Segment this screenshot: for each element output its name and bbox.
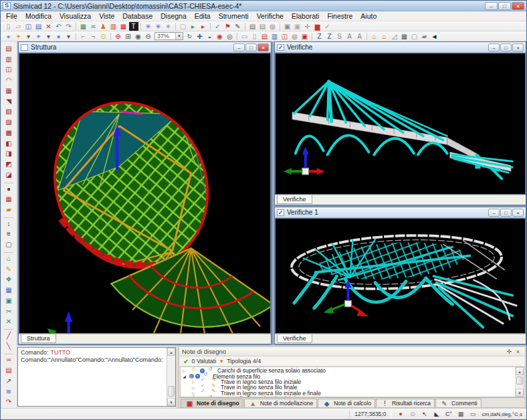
roof-house2-icon[interactable]: ⌂ (380, 32, 389, 41)
column-icon[interactable]: ◫ (3, 65, 14, 75)
dropdown-arrow-icon[interactable]: ▾ (44, 32, 54, 41)
menu-finestre[interactable]: Finestre (323, 12, 356, 20)
clip-plane-icon[interactable]: ⌐ (79, 32, 88, 41)
maximize-button[interactable]: □ (500, 209, 512, 217)
steel-z2-icon[interactable]: Z (325, 32, 334, 41)
block-icon[interactable]: ▰ (3, 205, 14, 215)
select-cursor-icon[interactable]: ◄ (430, 32, 439, 41)
panel-icon[interactable]: ▨ (3, 118, 14, 128)
scroll-up-icon[interactable]: ▲ (167, 348, 175, 356)
run-green-icon[interactable]: ▸ (189, 22, 198, 31)
struttura-3d-viewport[interactable] (19, 53, 271, 334)
brick-icon[interactable]: ▆ (313, 22, 322, 31)
verifiche1-3d-viewport[interactable] (275, 218, 526, 334)
dropdown-arrow-icon[interactable]: ▾ (24, 32, 33, 41)
pointer-icon[interactable]: ◣ (432, 410, 441, 419)
filter-funnel-icon[interactable]: ▼ (219, 358, 224, 364)
layers-icon[interactable]: ≋ (3, 387, 14, 397)
truss-icon[interactable]: ◥ (3, 97, 14, 107)
new-file-icon[interactable]: ▯ (4, 22, 13, 31)
text-icon[interactable]: T (129, 22, 138, 31)
expander-icon[interactable]: ▷ (191, 379, 196, 384)
shell-icon[interactable]: ◨ (3, 149, 14, 159)
print-icon[interactable]: ▤ (248, 22, 257, 31)
bulb-icon[interactable]: ⊙ (408, 410, 417, 419)
tab-note-di-modellazione[interactable]: ▲ Note di modellazione (244, 399, 317, 407)
plate-icon[interactable]: ▧ (3, 107, 14, 117)
zoom-level-combobox[interactable]: 37% ▾ (154, 32, 183, 40)
erase-icon[interactable]: ✕ (3, 317, 14, 327)
wall-icon[interactable]: ▤ (3, 44, 14, 54)
tab-risultati-ricerca[interactable]: ! Risultati ricerca (376, 399, 435, 407)
sphere-options-icon[interactable]: ● (54, 32, 64, 41)
menu-verifiche[interactable]: Verifiche (253, 12, 288, 20)
close-button[interactable]: × (257, 43, 269, 51)
zoom-in-icon[interactable]: ⊕ (114, 32, 123, 41)
menu-modifica[interactable]: Modifica (21, 12, 56, 20)
dropdown-arrow-icon[interactable]: ▾ (64, 32, 74, 41)
command-console[interactable]: Comando:TUTTO Comando:"Annullato"Comando… (17, 347, 176, 407)
verifiche1-titlebar[interactable]: ✓ Verifiche 1 – □ × (275, 207, 526, 218)
star-filter2-icon[interactable]: ✦ (34, 32, 43, 41)
close-icon[interactable]: × (514, 348, 522, 356)
command-scrollbar[interactable]: ▲ ▼ (167, 348, 175, 406)
slab-gray-icon[interactable]: ▰ (420, 32, 429, 41)
menu-elaborati[interactable]: Elaborati (288, 12, 323, 20)
calc-grid-icon[interactable]: ▦ (119, 22, 128, 31)
levels-icon[interactable]: ≡ (3, 229, 14, 239)
menu-viste[interactable]: Viste (95, 12, 118, 20)
frame-icon[interactable]: ◧ (3, 139, 14, 149)
brace-icon[interactable]: ▩ (3, 128, 14, 138)
person-icon[interactable]: ♟ (99, 22, 108, 31)
window-new-icon[interactable]: ▯ (250, 32, 259, 41)
copy-icon[interactable]: ▣ (283, 22, 292, 31)
import-file-icon[interactable]: ▤ (34, 22, 43, 31)
image-icon[interactable]: ▦ (79, 22, 88, 31)
blank-box-icon[interactable]: ▢ (179, 22, 188, 31)
notes-tree[interactable]: ▷ ⚠?↺ Carichi di superficie senza solaio… (180, 366, 524, 397)
angle-icon[interactable]: C° (444, 410, 453, 419)
light-bulb-icon[interactable]: ⊙ (99, 32, 108, 41)
redo-icon[interactable]: ↷ (64, 22, 74, 31)
fan-icon[interactable]: ✴ (164, 22, 173, 31)
orbit-icon[interactable]: ↻ (185, 32, 195, 41)
verifiche-titlebar[interactable]: ✓ Verifiche – □ × (275, 42, 526, 53)
print-preview-icon[interactable]: ▤ (258, 22, 268, 31)
tab-commenti[interactable]: ✎ Commenti (435, 399, 482, 407)
steel-z-icon[interactable]: Z (315, 32, 324, 41)
scroll-down-icon[interactable]: ▼ (167, 398, 175, 406)
pencil-icon[interactable]: ✎ (233, 22, 243, 31)
comment-icon[interactable]: ▭ (468, 410, 478, 419)
hand-icon[interactable]: ❖ (3, 275, 14, 285)
scroll-up-icon[interactable]: ▲ (516, 367, 524, 375)
app-titlebar[interactable]: S Sismicad 12 - C:\Users\Gianni\Desktop\… (1, 1, 526, 11)
menu-file[interactable]: File (2, 12, 21, 20)
osnap-icon[interactable]: ● (396, 410, 405, 419)
text-box-icon[interactable]: ▢ (3, 240, 14, 250)
chevron-down-icon[interactable]: ▾ (175, 33, 183, 39)
tools-icon[interactable]: ✛ (303, 22, 312, 31)
close-button[interactable]: × (512, 43, 524, 51)
tab-note-di-calcolo[interactable]: ◆ Note di calcolo (318, 399, 375, 407)
expander-icon[interactable]: ◢ (182, 374, 187, 379)
delete-icon[interactable]: ✕ (44, 22, 54, 31)
tab-note-di-disegno[interactable]: ▣ Note di disegno (181, 399, 243, 407)
mesh-red-icon[interactable]: ▦ (3, 195, 14, 205)
pencil-icon[interactable]: ✎ (3, 265, 14, 275)
pipette-icon[interactable]: ↗ (3, 377, 14, 387)
lasso-icon[interactable]: ∞ (3, 355, 14, 365)
minimize-button[interactable]: – (488, 209, 500, 217)
maximize-button[interactable]: □ (500, 43, 512, 51)
save-file-icon[interactable]: ◫ (24, 22, 33, 31)
shade-mode-icon[interactable]: ◒ (205, 32, 215, 41)
check-gray-icon[interactable]: ✓ (323, 22, 332, 31)
chart-icon[interactable]: ▥ (109, 22, 118, 31)
steel-s-icon[interactable]: S (335, 32, 344, 41)
render-sphere-icon[interactable]: ● (4, 32, 13, 41)
menu-disegna[interactable]: Disegna (156, 12, 191, 20)
beam-icon[interactable]: ▥ (3, 55, 14, 65)
slash-check2-icon[interactable]: ╲ (3, 342, 14, 352)
minimize-button[interactable]: – (488, 43, 500, 51)
verifiche1-view-tab[interactable]: Verifiche (277, 334, 312, 343)
white-box-icon[interactable]: ▢ (410, 32, 419, 41)
